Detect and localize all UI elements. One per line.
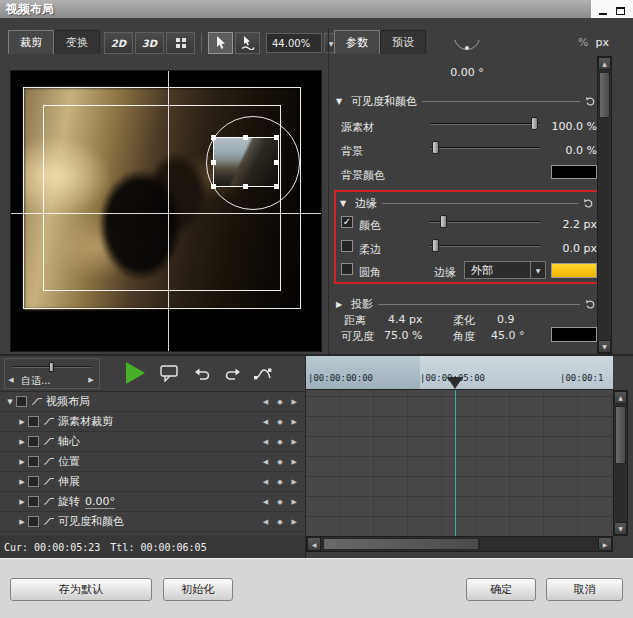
tab-parameters[interactable]: 参数 xyxy=(334,30,380,54)
ok-button[interactable]: 确定 xyxy=(466,578,536,601)
expand-icon[interactable]: ▶ xyxy=(16,498,28,506)
preset-name[interactable]: 自适... xyxy=(21,374,51,388)
prev-keyframe-button[interactable]: ◀ xyxy=(263,418,268,426)
select-tool-button[interactable] xyxy=(208,32,233,54)
resize-handle-tm[interactable] xyxy=(243,135,248,140)
mode-3d-button[interactable]: 3D xyxy=(135,32,164,54)
timeline-vscrollbar[interactable]: ▲ ▼ xyxy=(613,390,628,536)
slider-track[interactable] xyxy=(430,245,540,247)
cancel-button[interactable]: 取消 xyxy=(546,578,623,601)
prev-keyframe-button[interactable]: ◀ xyxy=(263,458,268,466)
curve-toggle-icon[interactable] xyxy=(43,497,55,506)
prev-keyframe-button[interactable]: ◀ xyxy=(263,438,268,446)
next-keyframe-button[interactable]: ▶ xyxy=(292,518,297,526)
save-default-button[interactable]: 存为默认 xyxy=(10,578,152,601)
slider-handle[interactable] xyxy=(440,215,447,228)
minimize-button[interactable] xyxy=(599,0,607,19)
rotation-dial[interactable] xyxy=(452,40,482,64)
reset-icon[interactable] xyxy=(585,96,596,107)
add-keyframe-button[interactable]: ◆ xyxy=(277,438,282,446)
row-checkbox[interactable] xyxy=(28,516,39,527)
expand-icon[interactable]: ▶ xyxy=(16,518,28,526)
scroll-up-button[interactable]: ▲ xyxy=(598,57,611,70)
expand-icon[interactable]: ▶ xyxy=(16,458,28,466)
reset-icon[interactable] xyxy=(583,198,594,209)
expand-icon[interactable]: ▶ xyxy=(16,438,28,446)
next-keyframe-button[interactable]: ▶ xyxy=(292,438,297,446)
resize-handle-tl[interactable] xyxy=(211,135,216,140)
preset-slider-handle[interactable] xyxy=(49,362,54,372)
collapse-icon[interactable]: ▼ xyxy=(340,199,350,208)
expand-icon[interactable]: ▶ xyxy=(336,300,346,309)
tree-row-video-layout[interactable]: ▼ 视频布局 ◀ ◆ ▶ xyxy=(0,392,305,412)
resize-handle-mr[interactable] xyxy=(274,160,279,165)
tab-transform[interactable]: 变换 xyxy=(54,30,100,54)
scroll-down-button[interactable]: ▼ xyxy=(614,522,627,535)
scroll-right-button[interactable]: ▶ xyxy=(598,537,612,551)
edge-color-slider[interactable] xyxy=(430,215,540,229)
tab-presets[interactable]: 预设 xyxy=(380,30,426,54)
resize-handle-bl[interactable] xyxy=(211,184,216,189)
prev-keyframe-button[interactable]: ◀ xyxy=(263,498,268,506)
tree-row-source-crop[interactable]: ▶ 源素材裁剪 ◀ ◆ ▶ xyxy=(0,412,305,432)
add-keyframe-button[interactable]: ◆ xyxy=(277,458,282,466)
edge-color-swatch[interactable] xyxy=(551,263,597,278)
overlay-clip[interactable] xyxy=(213,137,279,187)
row-checkbox[interactable] xyxy=(28,476,39,487)
rounded-corner-checkbox[interactable] xyxy=(341,263,353,275)
row-checkbox[interactable] xyxy=(28,416,39,427)
section-visibility-header[interactable]: ▼ 可见度和颜色 xyxy=(336,94,596,109)
curve-toggle-icon[interactable] xyxy=(43,417,55,426)
tab-crop[interactable]: 裁剪 xyxy=(8,30,54,54)
redo-button[interactable] xyxy=(224,366,241,385)
expand-icon[interactable]: ▶ xyxy=(16,478,28,486)
scroll-up-button[interactable]: ▲ xyxy=(614,391,627,404)
next-keyframe-button[interactable]: ▶ xyxy=(292,458,297,466)
collapse-icon[interactable]: ▼ xyxy=(336,97,346,106)
slider-handle[interactable] xyxy=(432,141,439,154)
dropdown-arrow-button[interactable]: ▼ xyxy=(530,262,545,278)
slider-handle[interactable] xyxy=(531,117,538,130)
soft-edge-slider[interactable] xyxy=(430,239,540,253)
edge-mode-dropdown[interactable]: 外部 ▼ xyxy=(464,261,546,279)
preview-canvas[interactable] xyxy=(10,70,322,352)
next-keyframe-button[interactable]: ▶ xyxy=(292,478,297,486)
params-scrollbar[interactable]: ▲ ▼ xyxy=(597,56,612,354)
distort-tool-button[interactable] xyxy=(235,32,260,54)
tree-row-position[interactable]: ▶ 位置 ◀ ◆ ▶ xyxy=(0,452,305,472)
add-keyframe-button[interactable]: ◆ xyxy=(277,518,282,526)
grid-view-button[interactable] xyxy=(166,32,195,54)
edge-color-checkbox[interactable]: ✓ xyxy=(341,216,353,228)
slider-track[interactable] xyxy=(430,147,540,149)
reset-icon[interactable] xyxy=(585,299,596,310)
source-slider[interactable] xyxy=(430,117,540,131)
timeline-hscrollbar[interactable]: ◀ ▶ xyxy=(306,536,613,552)
scrollbar-thumb[interactable] xyxy=(599,72,610,118)
row-checkbox[interactable] xyxy=(28,456,39,467)
tree-row-visibility-color[interactable]: ▶ 可见度和颜色 ◀ ◆ ▶ xyxy=(0,512,305,532)
scroll-left-button[interactable]: ◀ xyxy=(307,537,321,551)
prev-keyframe-button[interactable]: ◀ xyxy=(263,398,268,406)
resize-handle-ml[interactable] xyxy=(211,160,216,165)
zoom-level-field[interactable]: 44.00% xyxy=(266,33,322,53)
maximize-button[interactable] xyxy=(616,0,625,19)
row-checkbox[interactable] xyxy=(28,496,39,507)
next-keyframe-button[interactable]: ▶ xyxy=(292,418,297,426)
background-color-swatch[interactable] xyxy=(551,165,597,179)
section-edge-header[interactable]: ▼ 边缘 xyxy=(340,196,594,211)
prev-keyframe-button[interactable]: ◀ xyxy=(263,518,268,526)
tree-row-rotation[interactable]: ▶ 旋转 0.00° ◀ ◆ ▶ xyxy=(0,492,305,512)
preset-next-button[interactable]: ▶ xyxy=(85,376,97,384)
collapse-icon[interactable]: ▼ xyxy=(4,398,16,406)
initialize-button[interactable]: 初始化 xyxy=(163,578,233,601)
scrollbar-thumb[interactable] xyxy=(615,406,626,464)
add-keyframe-button[interactable]: ◆ xyxy=(277,478,282,486)
rotation-inline-value[interactable]: 0.00° xyxy=(85,495,115,509)
resize-handle-br[interactable] xyxy=(274,184,279,189)
resize-handle-tr[interactable] xyxy=(274,135,279,140)
row-checkbox[interactable] xyxy=(28,436,39,447)
curve-toggle-icon[interactable] xyxy=(31,397,43,406)
expand-icon[interactable]: ▶ xyxy=(16,418,28,426)
slider-track[interactable] xyxy=(430,123,540,125)
undo-button[interactable] xyxy=(194,366,211,385)
